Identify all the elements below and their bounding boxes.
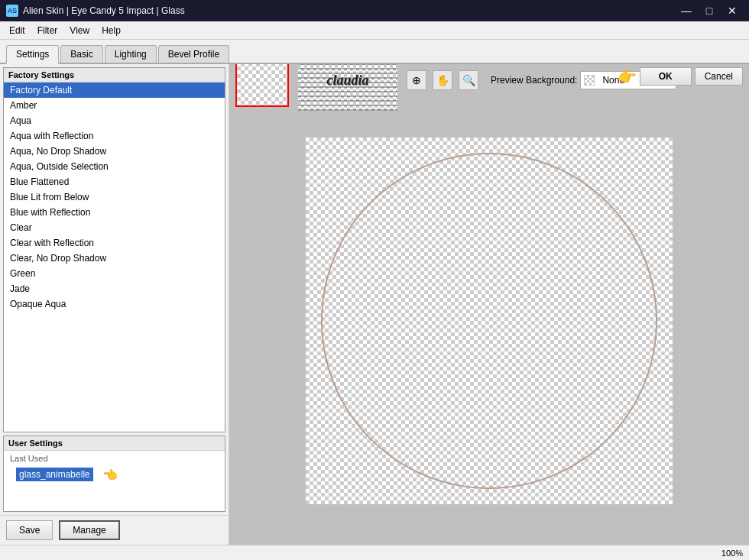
menu-edit[interactable]: Edit [3, 24, 31, 37]
preview-text-image: claudia [298, 64, 397, 111]
ok-button[interactable]: OK [640, 67, 692, 86]
settings-item[interactable]: Clear, No Drop Shadow [4, 251, 225, 266]
settings-list[interactable]: Factory DefaultAmberAquaAqua with Reflec… [4, 83, 225, 432]
preview-bg-label: Preview Background: [491, 75, 577, 86]
left-panel: Factory Settings Factory DefaultAmberAqu… [0, 64, 229, 545]
factory-settings-section: Factory Settings Factory DefaultAmberAqu… [3, 67, 225, 432]
tool-zoom-button[interactable]: 🔍 [459, 70, 478, 90]
tab-bevel-profile[interactable]: Bevel Profile [158, 45, 229, 63]
manage-button[interactable]: Manage [59, 520, 119, 540]
zoom-level: 100% [721, 549, 743, 558]
preview-circle [321, 153, 657, 489]
preview-text-label: claudia [326, 73, 368, 89]
window-title: Alien Skin | Eye Candy 5 Impact | Glass [23, 5, 185, 16]
user-settings-header: User Settings [4, 436, 225, 451]
settings-item[interactable]: Clear [4, 220, 225, 235]
tool-select-button[interactable]: ⊕ [407, 70, 426, 90]
settings-item[interactable]: Blue Flattened [4, 174, 225, 189]
settings-item[interactable]: Aqua with Reflection [4, 128, 225, 144]
status-bar: 100% [0, 545, 749, 560]
settings-item[interactable]: Aqua, Outside Selection [4, 159, 225, 174]
preview-bg-swatch [584, 75, 595, 86]
settings-item[interactable]: Jade [4, 281, 225, 296]
tool-pan-button[interactable]: ✋ [433, 70, 452, 90]
user-settings-section: User Settings Last Used glass_animabelle… [3, 435, 225, 512]
title-bar: AS Alien Skin | Eye Candy 5 Impact | Gla… [0, 0, 749, 21]
body-area: Factory Settings Factory DefaultAmberAqu… [0, 64, 749, 545]
menu-filter[interactable]: Filter [31, 24, 64, 37]
settings-item[interactable]: Factory Default [4, 83, 225, 98]
settings-item[interactable]: Opaque Aqua [4, 296, 225, 312]
app-icon: AS [6, 5, 18, 17]
maximize-button[interactable]: □ [699, 2, 720, 20]
settings-item[interactable]: Clear with Reflection [4, 235, 225, 251]
tab-basic[interactable]: Basic [60, 45, 102, 63]
user-setting-glass-animabelle[interactable]: glass_animabelle [16, 468, 93, 481]
close-button[interactable]: ✕ [721, 2, 743, 20]
preview-thumbnail [235, 64, 289, 107]
main-content: Factory Settings Factory DefaultAmberAqu… [0, 64, 749, 560]
menu-help[interactable]: Help [96, 24, 127, 37]
settings-item[interactable]: Blue with Reflection [4, 205, 225, 220]
minimize-button[interactable]: — [676, 2, 697, 20]
menu-bar: Edit Filter View Help [0, 21, 749, 40]
menu-view[interactable]: View [63, 24, 96, 37]
canvas-preview [306, 138, 673, 504]
settings-item[interactable]: Amber [4, 98, 225, 113]
cursor-hand-icon: 👈 [102, 468, 118, 482]
bottom-buttons-area: Save Manage [0, 515, 229, 545]
tab-lighting[interactable]: Lighting [105, 45, 157, 63]
settings-item[interactable]: Aqua, No Drop Shadow [4, 144, 225, 159]
canvas-container[interactable] [229, 96, 749, 545]
tab-settings[interactable]: Settings [6, 45, 59, 64]
settings-item[interactable]: Aqua [4, 113, 225, 128]
last-used-label: Last Used [4, 451, 225, 465]
preview-area: claudia ⊕ ✋ 🔍 Preview Background: None W… [229, 64, 749, 545]
cancel-button[interactable]: Cancel [695, 67, 743, 86]
preview-toolbar: claudia ⊕ ✋ 🔍 Preview Background: None W… [229, 64, 749, 96]
settings-item[interactable]: Blue Lit from Below [4, 189, 225, 205]
factory-settings-header: Factory Settings [4, 68, 225, 83]
tab-bar: Settings Basic Lighting Bevel Profile [0, 40, 749, 64]
save-button[interactable]: Save [6, 520, 53, 540]
ok-cancel-area: 👉 OK Cancel [618, 67, 743, 86]
settings-item[interactable]: Green [4, 266, 225, 281]
ok-hand-icon: 👉 [618, 67, 637, 86]
